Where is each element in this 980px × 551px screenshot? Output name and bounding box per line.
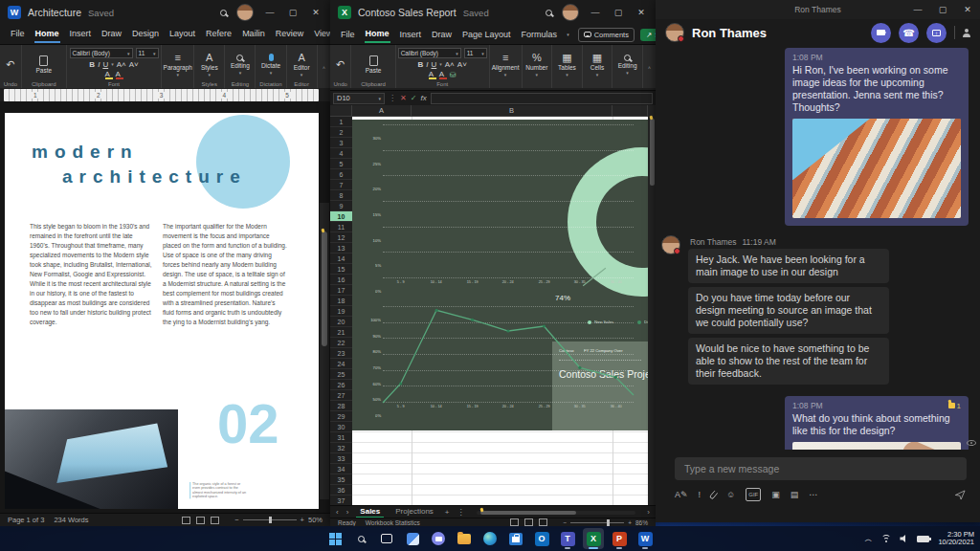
- workbook-statistics[interactable]: Workbook Statistics: [366, 519, 420, 526]
- alignment-button[interactable]: ≡Alignment▾: [492, 48, 520, 81]
- word-tab-review[interactable]: Review: [275, 26, 305, 43]
- taskbar-search-icon[interactable]: [350, 528, 371, 549]
- clock[interactable]: 2:30 PM 10/20/2021: [938, 531, 974, 547]
- excel-tab-insert[interactable]: Insert: [399, 27, 423, 42]
- cancel-icon[interactable]: ✕: [400, 94, 407, 102]
- battery-icon[interactable]: [917, 536, 929, 542]
- tabs-overflow-chevron[interactable]: ▾: [567, 32, 569, 37]
- undo-button[interactable]: ↶: [336, 48, 345, 81]
- column-header-c[interactable]: [612, 105, 648, 116]
- row-header-3[interactable]: 3: [330, 138, 352, 148]
- word-tab-view[interactable]: View: [313, 26, 330, 43]
- row-header-36[interactable]: 36: [330, 485, 352, 496]
- sheet-nav-right[interactable]: ›: [346, 508, 349, 517]
- font-color-button[interactable]: A: [116, 70, 123, 79]
- maximize-button[interactable]: ▢: [936, 5, 949, 14]
- row-header-16[interactable]: 16: [330, 275, 352, 285]
- word-tab-design[interactable]: Design: [131, 26, 160, 43]
- excel-tab-home[interactable]: Home: [365, 26, 390, 43]
- row-header-22[interactable]: 22: [330, 338, 352, 348]
- underline-button[interactable]: U: [102, 60, 108, 69]
- number-button[interactable]: %Number▾: [525, 48, 547, 81]
- taskbar-chat-icon[interactable]: [428, 528, 449, 549]
- audio-call-button[interactable]: ☎: [899, 23, 919, 43]
- message-input[interactable]: Type a new message: [675, 457, 967, 480]
- minimize-button[interactable]: —: [263, 8, 277, 17]
- taskbar-store-icon[interactable]: [505, 528, 526, 549]
- search-icon[interactable]: [220, 10, 227, 16]
- print-layout-icon[interactable]: [196, 517, 205, 524]
- row-header-30[interactable]: 30: [330, 422, 352, 432]
- word-tab-insert[interactable]: Insert: [69, 26, 93, 43]
- horizontal-scrollbar[interactable]: [477, 511, 636, 515]
- row-header-1[interactable]: 1: [330, 117, 352, 127]
- row-header-15[interactable]: 15: [330, 264, 352, 275]
- row-header-10[interactable]: 10: [330, 211, 352, 222]
- paste-button[interactable]: Paste: [35, 48, 52, 81]
- tray-overflow-chevron[interactable]: ︿: [864, 534, 872, 544]
- editing-button[interactable]: Editing▾: [231, 48, 250, 81]
- word-tab-layout[interactable]: Layout: [168, 26, 196, 43]
- fx-icon[interactable]: fx: [420, 94, 426, 102]
- minimize-button[interactable]: —: [589, 8, 602, 17]
- close-button[interactable]: ✕: [635, 8, 648, 17]
- decrease-font-icon[interactable]: A˅: [129, 60, 139, 69]
- dictate-button[interactable]: Dictate▾: [261, 48, 280, 81]
- wifi-icon[interactable]: [880, 535, 891, 543]
- font-name-select[interactable]: Calibri (Body)▾: [398, 48, 461, 58]
- web-layout-icon[interactable]: [211, 517, 219, 524]
- row-header-26[interactable]: 26: [330, 380, 352, 390]
- taskbar-widgets-icon[interactable]: [402, 528, 423, 549]
- italic-button[interactable]: I: [426, 60, 428, 69]
- row-header-32[interactable]: 32: [330, 443, 352, 453]
- row-header-18[interactable]: 18: [330, 296, 352, 306]
- bold-button[interactable]: B: [417, 60, 423, 69]
- underline-button[interactable]: U: [431, 60, 436, 69]
- row-header-25[interactable]: 25: [330, 369, 352, 380]
- font-color-button[interactable]: A: [439, 70, 447, 79]
- page-layout-icon[interactable]: [524, 518, 533, 526]
- row-header-31[interactable]: 31: [330, 432, 352, 443]
- row-header-29[interactable]: 29: [330, 411, 352, 422]
- row-header-11[interactable]: 11: [330, 222, 352, 232]
- word-tab-mailin[interactable]: Mailin: [241, 26, 266, 43]
- maximize-button[interactable]: ▢: [286, 8, 300, 17]
- row-header-35[interactable]: 35: [330, 474, 352, 485]
- editing-button[interactable]: Editing▾: [618, 48, 637, 81]
- row-header-34[interactable]: 34: [330, 464, 352, 474]
- paste-button[interactable]: Paste: [366, 48, 382, 81]
- italic-button[interactable]: I: [98, 60, 100, 69]
- row-header-21[interactable]: 21: [330, 327, 352, 338]
- excel-tab-formulas[interactable]: Formulas: [521, 27, 559, 42]
- increase-font-icon[interactable]: A˄: [117, 60, 126, 69]
- taskbar-word-icon[interactable]: W: [635, 528, 656, 549]
- row-header-7[interactable]: 7: [330, 180, 352, 190]
- collapse-ribbon-chevron[interactable]: ˄: [648, 65, 651, 71]
- column-header-b[interactable]: B: [412, 105, 612, 116]
- sheet-menu-icon[interactable]: ⋮: [457, 508, 465, 517]
- increase-font-icon[interactable]: A˄: [445, 60, 455, 69]
- zoom-control[interactable]: −+ 50%: [234, 516, 323, 524]
- excel-tab-draw[interactable]: Draw: [431, 27, 453, 42]
- share-button[interactable]: ↗ Share ▾: [640, 29, 656, 41]
- row-header-27[interactable]: 27: [330, 390, 352, 401]
- document-page[interactable]: modern architecture This style began to …: [5, 113, 319, 509]
- taskbar-powerpoint-icon[interactable]: P: [609, 528, 630, 549]
- emoji-icon[interactable]: ☺: [726, 490, 735, 499]
- minimize-button[interactable]: —: [911, 5, 924, 14]
- undo-button[interactable]: ↶: [6, 48, 14, 81]
- add-sheet-button[interactable]: +: [445, 508, 450, 517]
- row-header-6[interactable]: 6: [330, 169, 352, 180]
- cells-button[interactable]: ▦Cells▾: [590, 48, 604, 81]
- editor-button[interactable]: AEditor▾: [294, 48, 310, 81]
- sticker-icon[interactable]: ▣: [771, 490, 780, 499]
- word-tab-draw[interactable]: Draw: [100, 26, 122, 43]
- account-avatar[interactable]: [236, 4, 254, 21]
- word-tab-file[interactable]: File: [10, 26, 26, 43]
- row-header-4[interactable]: 4: [330, 148, 352, 159]
- row-header-13[interactable]: 13: [330, 243, 352, 253]
- taskbar-teams-icon[interactable]: T: [557, 528, 578, 549]
- bold-button[interactable]: B: [89, 60, 95, 69]
- word-tab-refere[interactable]: Refere: [205, 26, 233, 43]
- normal-view-icon[interactable]: [510, 518, 519, 526]
